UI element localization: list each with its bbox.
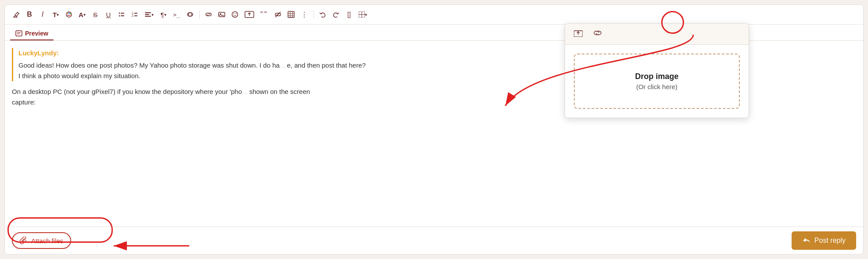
- paragraph-button[interactable]: ¶▾: [157, 8, 169, 21]
- svg-point-20: [234, 14, 234, 14]
- separator-1: [199, 10, 200, 19]
- svg-rect-16: [145, 16, 151, 17]
- post-reply-button[interactable]: Post reply: [792, 231, 856, 250]
- code-inline-icon: >_: [173, 11, 180, 18]
- attach-files-label: Attach files: [31, 237, 63, 245]
- attach-files-button[interactable]: Attach files: [12, 232, 71, 249]
- preview-tab-label: Preview: [25, 30, 48, 37]
- svg-rect-27: [288, 11, 294, 18]
- editor-container: B I T▾ A▾ S U 1.2.: [4, 4, 864, 255]
- underline-button[interactable]: U: [102, 8, 115, 21]
- redo-button[interactable]: [330, 8, 342, 21]
- bold-button[interactable]: B: [23, 8, 36, 21]
- svg-rect-7: [121, 13, 124, 14]
- font-color-icon: A: [79, 11, 83, 18]
- brackets-icon: []: [347, 11, 351, 18]
- drop-zone-title: Drop image: [583, 72, 730, 81]
- url-button[interactable]: [202, 8, 215, 21]
- upload-tab-button[interactable]: [570, 27, 586, 41]
- italic-icon: I: [42, 11, 43, 18]
- svg-point-3: [70, 13, 71, 14]
- image-popup-tabs: [565, 24, 749, 45]
- numbered-list-button[interactable]: 1.2.: [129, 8, 141, 21]
- color-palette-button[interactable]: [63, 8, 75, 21]
- text-size-icon: T: [53, 11, 57, 18]
- bullet-list-button[interactable]: [115, 8, 128, 21]
- more-button[interactable]: ⋮: [298, 8, 311, 21]
- drop-zone-subtitle: (Or click here): [583, 83, 730, 90]
- svg-rect-11: [134, 13, 137, 14]
- strikethrough-button[interactable]: S: [89, 8, 101, 21]
- toolbar: B I T▾ A▾ S U 1.2.: [5, 5, 863, 25]
- svg-text:": ": [260, 11, 263, 18]
- link-tab-button[interactable]: [590, 28, 605, 40]
- paragraph-icon: ¶: [160, 11, 164, 18]
- svg-point-4: [69, 15, 71, 16]
- image-upload-popup: Drop image (Or click here): [565, 23, 749, 118]
- svg-point-8: [119, 15, 120, 17]
- text-size-button[interactable]: T▾: [50, 8, 62, 21]
- text-size-arrow-icon: ▾: [57, 12, 59, 17]
- svg-rect-15: [145, 14, 149, 15]
- eraser-button[interactable]: [10, 8, 22, 21]
- reply-icon: [802, 237, 811, 245]
- image-button[interactable]: [216, 8, 228, 21]
- emoji-button[interactable]: [229, 8, 241, 21]
- svg-point-18: [220, 13, 221, 14]
- font-color-button[interactable]: A▾: [76, 8, 88, 21]
- svg-line-26: [275, 12, 281, 17]
- link-tab-icon: [593, 29, 602, 36]
- svg-text:2.: 2.: [132, 14, 134, 17]
- bold-icon: B: [27, 11, 32, 18]
- italic-button[interactable]: I: [36, 8, 49, 21]
- post-reply-label: Post reply: [814, 237, 846, 245]
- upload-tab-icon: [574, 29, 583, 37]
- svg-point-19: [232, 12, 238, 18]
- code-inline-button[interactable]: >_: [170, 8, 183, 21]
- preview-tab[interactable]: Preview: [10, 27, 54, 40]
- link-button[interactable]: [184, 8, 197, 21]
- underline-icon: U: [106, 11, 111, 18]
- brackets-button[interactable]: []: [343, 8, 355, 21]
- svg-point-2: [68, 12, 70, 14]
- image-popup-body: Drop image (Or click here): [565, 45, 749, 118]
- svg-point-6: [119, 13, 120, 14]
- table-button[interactable]: [285, 8, 297, 21]
- bottom-bar: Attach files Post reply: [5, 227, 863, 254]
- svg-rect-9: [121, 15, 124, 16]
- image-upload-button[interactable]: [242, 8, 257, 21]
- quote-button[interactable]: "": [258, 8, 271, 21]
- more-dots-icon: ⋮: [301, 11, 308, 19]
- strikethrough-icon: S: [93, 11, 97, 18]
- drop-zone[interactable]: Drop image (Or click here): [574, 54, 740, 109]
- svg-rect-14: [145, 12, 151, 13]
- undo-button[interactable]: [317, 8, 329, 21]
- paperclip-icon: [20, 237, 28, 245]
- svg-text:": ": [264, 11, 267, 18]
- preview-icon: [15, 30, 22, 37]
- align-button[interactable]: ▾: [142, 8, 156, 21]
- svg-rect-13: [134, 15, 137, 16]
- strike-link-button[interactable]: [272, 8, 284, 21]
- svg-point-5: [68, 15, 69, 16]
- svg-rect-35: [16, 31, 22, 36]
- separator-2: [313, 10, 314, 19]
- svg-point-1: [67, 13, 68, 14]
- special-button[interactable]: ▾: [356, 8, 370, 21]
- svg-point-21: [236, 14, 237, 14]
